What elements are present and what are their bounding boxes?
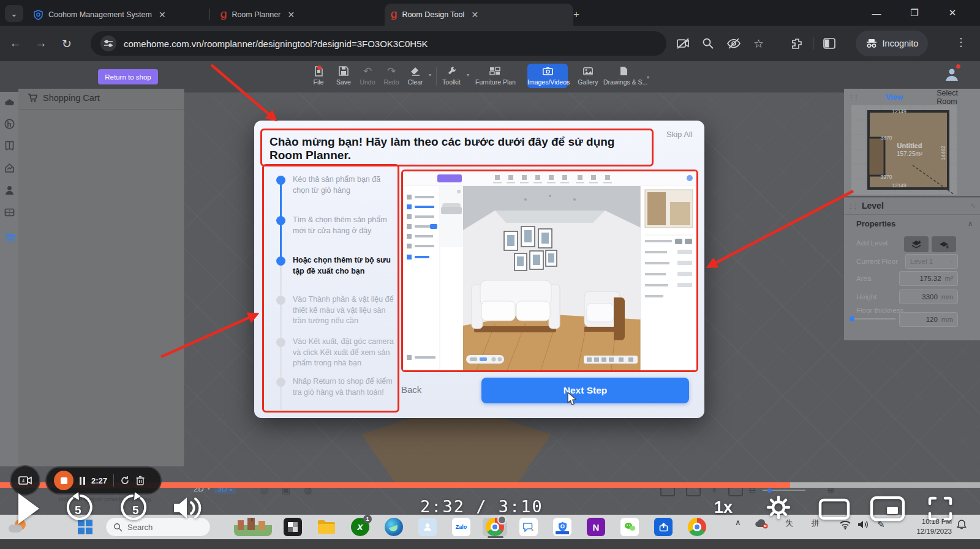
volume-button[interactable]: [172, 495, 203, 524]
picture-in-picture-button[interactable]: [870, 496, 905, 524]
side-panel-icon[interactable]: [823, 38, 835, 49]
zalo-icon[interactable]: Zalo: [452, 518, 470, 536]
back-button[interactable]: ←: [5, 33, 26, 54]
sidebar-item-profile[interactable]: [4, 185, 15, 195]
tab-room-design-tool[interactable]: Ɡ Room Design Tool ✕: [385, 4, 573, 26]
recorder-camera-button[interactable]: 4: [10, 465, 40, 496]
toolbar-drawings-button[interactable]: Drawings & S...: [603, 65, 644, 86]
settings-gear-button[interactable]: [764, 493, 793, 524]
sidebar-item-house[interactable]: [4, 163, 15, 173]
sidebar-item-storage[interactable]: [4, 207, 15, 218]
drag-grip-icon[interactable]: ⋮⋮: [848, 203, 858, 209]
tab-close-icon[interactable]: ✕: [285, 9, 296, 20]
sharepoint-app-icon[interactable]: [654, 518, 673, 536]
tab-close-icon[interactable]: ✕: [469, 9, 480, 20]
room-design-favicon: Ɡ: [391, 9, 397, 20]
edge-icon[interactable]: [385, 518, 403, 536]
toolbar-clear-button[interactable]: Clear: [398, 65, 432, 86]
drawings-dropdown-caret[interactable]: ▾: [647, 75, 649, 80]
chrome-icon-2[interactable]: [688, 518, 706, 536]
properties-header[interactable]: Properties ∧: [856, 219, 973, 228]
tray-expand-chevron[interactable]: ∧: [735, 518, 741, 527]
sidebar-item-shopping-cart[interactable]: [4, 233, 15, 243]
bookmark-star-icon[interactable]: ☆: [753, 37, 764, 51]
zoom-icon[interactable]: [702, 37, 714, 50]
current-floor-select[interactable]: Level 1 ▾: [905, 254, 958, 269]
contacts-app-icon[interactable]: [418, 518, 437, 536]
file-explorer-icon[interactable]: [317, 518, 336, 536]
notification-bell-icon[interactable]: [957, 520, 967, 530]
tray-volume-icon[interactable]: [858, 520, 869, 529]
add-level-above-button[interactable]: [904, 236, 929, 252]
site-settings-icon[interactable]: [100, 35, 116, 51]
extensions-icon[interactable]: [790, 37, 803, 50]
next-step-button[interactable]: Next Step: [481, 378, 689, 403]
area-input[interactable]: 175.32 m²: [899, 271, 958, 286]
toolbar-images-videos-button[interactable]: Images/Videos: [527, 64, 568, 88]
video-progress-remaining[interactable]: [790, 482, 980, 488]
toolbar-gallery-button[interactable]: Gallery: [571, 65, 605, 86]
onenote-icon[interactable]: N: [587, 518, 605, 536]
chrome-active-icon[interactable]: [483, 518, 507, 536]
xbox-app-icon[interactable]: x 1: [351, 518, 369, 536]
rewind-5-button[interactable]: 5: [65, 492, 94, 525]
bing-daily-image[interactable]: [234, 518, 272, 536]
stop-recording-button[interactable]: [54, 471, 74, 490]
add-level-below-button[interactable]: [932, 236, 956, 252]
playback-speed-button[interactable]: 1x: [714, 498, 733, 517]
zoom-slider-handle[interactable]: [767, 488, 772, 493]
save-icon: [339, 66, 349, 76]
window-close-button[interactable]: ✕: [938, 0, 967, 26]
address-bar[interactable]: comehome.com.vn/roomplanner/designingtoo…: [91, 31, 666, 56]
toolbar-furniture-plan-button[interactable]: Furniture Plan: [475, 65, 514, 86]
window-minimize-button[interactable]: —: [862, 0, 891, 26]
tab-close-icon[interactable]: ✕: [157, 9, 168, 20]
new-tab-button[interactable]: +: [565, 4, 588, 26]
area-label: Area: [856, 275, 871, 282]
height-input[interactable]: 3300 mm: [899, 289, 958, 304]
tab-room-planner[interactable]: Ɡ Room Planner ✕: [214, 4, 387, 26]
coohom-app-icon[interactable]: [553, 518, 571, 536]
password-eye-off-icon[interactable]: [726, 37, 741, 50]
window-restore-button[interactable]: ❐: [900, 0, 929, 26]
tab-select-room[interactable]: Select Room: [937, 89, 980, 106]
play-button[interactable]: [18, 493, 39, 524]
browser-action-icons: [790, 31, 835, 56]
fullscreen-button[interactable]: [926, 495, 954, 525]
pause-recording-button[interactable]: [80, 477, 85, 485]
tab-view[interactable]: View: [886, 93, 903, 102]
zoom-slider[interactable]: [763, 490, 805, 491]
back-button[interactable]: Back: [401, 384, 421, 395]
photos-app-icon[interactable]: [284, 518, 302, 536]
toolbar-toolkit-button[interactable]: Toolkit: [434, 65, 469, 86]
chat-app-icon[interactable]: [519, 518, 538, 536]
slider-handle[interactable]: [850, 316, 854, 321]
drag-grip-icon[interactable]: ⋮⋮: [848, 94, 858, 101]
panel-divider: [844, 214, 980, 215]
theater-mode-button[interactable]: [818, 498, 850, 523]
tab-coohom-management[interactable]: Coohom Management System ✕: [27, 4, 217, 26]
delete-recording-icon[interactable]: [136, 476, 145, 485]
sidebar-item-coohom-logo[interactable]: [4, 119, 15, 129]
forward-button[interactable]: →: [31, 33, 51, 54]
restart-recording-icon[interactable]: [120, 476, 130, 485]
toolkit-dropdown-caret[interactable]: ▾: [467, 72, 469, 78]
forward-5-button[interactable]: 5: [119, 492, 148, 525]
collapse-chevron-icon[interactable]: ∧: [968, 220, 973, 228]
clear-dropdown-caret[interactable]: ▾: [429, 72, 431, 78]
step-dot: [276, 176, 285, 185]
floor-thickness-slider[interactable]: [851, 318, 895, 319]
skip-all-button[interactable]: Skip All: [666, 130, 693, 139]
tab-search-button[interactable]: ⌄: [5, 5, 23, 22]
floorplan-minimap[interactable]: 12149 3870 3970 14462 12149 Untitled 157…: [851, 105, 957, 195]
user-avatar-icon[interactable]: [944, 66, 960, 82]
sidebar-item-wardrobe[interactable]: [4, 141, 15, 151]
floor-thickness-input[interactable]: 120 mm: [899, 312, 958, 327]
camera-blocked-icon[interactable]: [676, 37, 690, 50]
wechat-icon[interactable]: [620, 518, 639, 536]
browser-menu-icon[interactable]: ⋮: [956, 35, 967, 49]
svg-text:3870: 3870: [881, 135, 892, 141]
reload-button[interactable]: ↻: [56, 33, 77, 54]
sidebar-item-furniture[interactable]: [4, 97, 15, 107]
return-to-shop-button[interactable]: Return to shop: [98, 69, 158, 84]
